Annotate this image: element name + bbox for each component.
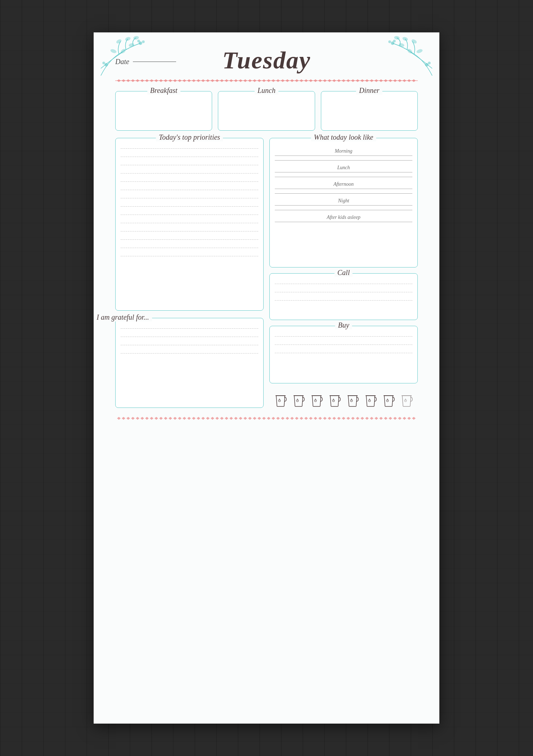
today-section[interactable]: What today look like Morning Lunch After… [269,138,418,267]
priorities-section[interactable]: Today's top priorities [115,138,264,311]
left-column: Today's top priorities [115,138,264,408]
svg-point-7 [142,41,144,43]
grateful-line-4 [121,353,258,354]
dinner-label: Dinner [356,86,382,95]
buy-section[interactable]: Buy [269,326,418,383]
night-line-1 [275,205,412,206]
breakfast-box[interactable]: Breakfast [115,91,212,131]
today-content: Morning Lunch Afternoon [275,148,412,222]
morning-line-1 [275,156,412,156]
water-tracker [269,393,418,408]
buy-line-1 [275,336,412,337]
priority-line-11 [121,231,258,231]
date-underline [133,62,176,62]
grateful-label: I am grateful for... [94,313,152,321]
night-label: Night [275,198,412,204]
priority-line-14 [121,256,258,256]
planner-page: Date Tuesday [94,32,439,724]
svg-point-12 [402,37,408,41]
pink-border-bottom [115,415,418,422]
water-cup-1[interactable] [273,393,288,408]
svg-point-19 [393,40,395,42]
after-kids-section: After kids asleep [275,215,412,222]
grateful-section[interactable]: I am grateful for... [115,318,264,408]
svg-point-20 [425,63,428,66]
afternoon-label: Afternoon [275,181,412,187]
water-cup-2[interactable] [291,393,306,408]
svg-point-6 [139,42,142,45]
lunch-box[interactable]: Lunch [218,91,315,131]
svg-point-13 [394,36,399,40]
call-line-1 [275,284,412,284]
priority-line-10 [121,223,258,223]
after-kids-line-1 [275,222,412,222]
call-line-3 [275,300,412,301]
priority-line-13 [121,248,258,248]
grateful-content [121,328,258,354]
svg-point-16 [399,43,404,47]
priorities-label: Today's top priorities [156,133,223,141]
svg-point-18 [389,41,391,43]
water-cup-7[interactable] [381,393,396,408]
grateful-line-3 [121,345,258,345]
svg-point-9 [105,63,108,66]
morning-label: Morning [275,148,412,154]
dinner-box[interactable]: Dinner [321,91,418,131]
svg-point-17 [391,42,394,45]
main-content: Today's top priorities [115,138,418,408]
buy-line-3 [275,353,412,353]
priorities-content [121,148,258,256]
afternoon-section: Afternoon [275,181,412,194]
water-cup-3[interactable] [309,393,324,408]
pink-border-top [115,77,418,84]
svg-point-11 [411,39,417,44]
priority-line-5 [121,181,258,182]
water-cup-5[interactable] [345,393,360,408]
today-label: What today look like [311,133,376,141]
lunch-time-label: Lunch [275,165,412,171]
water-cup-6[interactable] [363,393,378,408]
buy-line-2 [275,345,412,345]
svg-point-5 [129,43,134,47]
buy-content [275,336,412,353]
buy-label: Buy [335,321,352,329]
call-section[interactable]: Call [269,273,418,320]
morning-section: Morning [275,148,412,161]
priority-line-3 [121,165,258,165]
after-kids-label: After kids asleep [275,215,412,220]
meals-section: Breakfast Lunch Dinner [115,91,418,131]
priority-line-9 [121,215,258,215]
date-label: Date [115,58,129,66]
afternoon-line-2 [275,193,412,194]
priority-line-8 [121,206,258,207]
svg-point-10 [103,62,105,64]
svg-point-0 [116,39,122,44]
morning-line-2 [275,160,412,161]
lunch-section: Lunch [275,165,412,177]
svg-point-1 [125,37,131,41]
breakfast-label: Breakfast [147,86,180,95]
water-cup-4[interactable] [327,393,342,408]
date-area: Date [115,58,176,66]
right-column: What today look like Morning Lunch After… [269,138,418,408]
grateful-line-2 [121,337,258,337]
night-line-2 [275,210,412,210]
water-cup-8[interactable] [399,393,414,408]
priority-line-1 [121,148,258,149]
afternoon-line-1 [275,189,412,189]
lunch-line-1 [275,172,412,172]
svg-point-8 [138,40,140,42]
svg-point-2 [133,36,139,40]
lunch-line-2 [275,177,412,177]
call-content [275,284,412,301]
priority-line-4 [121,173,258,174]
priority-line-7 [121,198,258,198]
priority-line-12 [121,239,258,240]
night-section: Night [275,198,412,210]
header: Date Tuesday [115,47,418,74]
call-label: Call [335,269,353,277]
grateful-line-1 [121,328,258,329]
svg-point-21 [428,62,430,64]
priority-line-2 [121,157,258,157]
priority-line-6 [121,190,258,190]
